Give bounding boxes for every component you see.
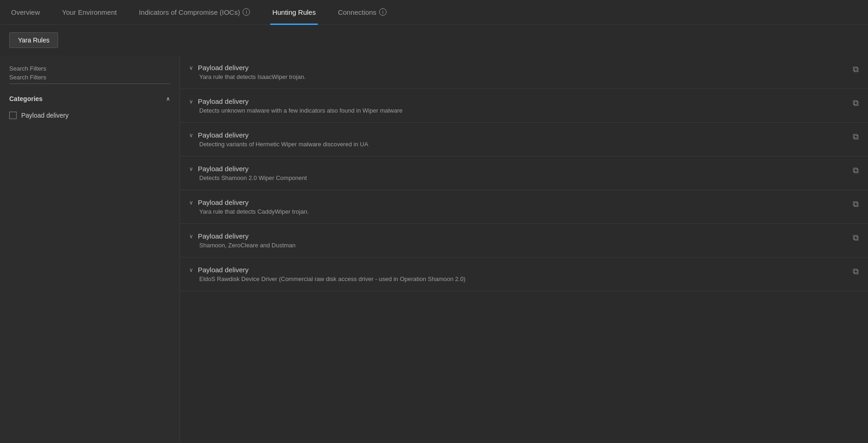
rule-header-0: ∨ Payload delivery bbox=[189, 64, 844, 72]
tab-iocs-label: Indicators of Compromise (IOCs) bbox=[139, 8, 240, 16]
search-filters-input[interactable] bbox=[9, 72, 170, 84]
rule-category-5: Payload delivery bbox=[198, 232, 249, 240]
tab-connections-label: Connections bbox=[338, 8, 376, 16]
rule-item: ∨ Payload delivery Yara rule that detect… bbox=[180, 190, 868, 224]
tab-overview[interactable]: Overview bbox=[9, 0, 42, 25]
top-navigation: Overview Your Environment Indicators of … bbox=[0, 0, 868, 25]
rule-category-3: Payload delivery bbox=[198, 165, 249, 173]
rule-copy-icon-1[interactable]: ⧉ bbox=[853, 98, 859, 108]
rule-header-3: ∨ Payload delivery bbox=[189, 165, 844, 173]
rule-header-4: ∨ Payload delivery bbox=[189, 198, 844, 206]
iocs-info-icon[interactable]: i bbox=[243, 8, 250, 16]
rule-category-6: Payload delivery bbox=[198, 266, 249, 274]
rule-chevron-icon-2[interactable]: ∨ bbox=[189, 132, 193, 138]
rule-category-2: Payload delivery bbox=[198, 131, 249, 139]
sidebar: Search Filters Categories ∧ Payload deli… bbox=[0, 55, 180, 443]
rule-category-0: Payload delivery bbox=[198, 64, 249, 72]
rule-chevron-icon-6[interactable]: ∨ bbox=[189, 267, 193, 273]
tab-your-environment-label: Your Environment bbox=[62, 8, 117, 16]
rule-description-0: Yara rule that detects IsaacWiper trojan… bbox=[199, 73, 844, 80]
rule-item: ∨ Payload delivery Shamoon, ZeroCleare a… bbox=[180, 224, 868, 257]
rule-copy-icon-5[interactable]: ⧉ bbox=[853, 233, 859, 243]
rule-left-4: ∨ Payload delivery Yara rule that detect… bbox=[189, 198, 844, 215]
rule-description-1: Detects unknown malware with a few indic… bbox=[199, 107, 844, 114]
tab-your-environment[interactable]: Your Environment bbox=[60, 0, 119, 25]
rule-item: ∨ Payload delivery Detecting variants of… bbox=[180, 123, 868, 156]
tab-hunting-rules-label: Hunting Rules bbox=[272, 8, 315, 16]
rule-category-1: Payload delivery bbox=[198, 97, 249, 105]
rule-copy-icon-3[interactable]: ⧉ bbox=[853, 166, 859, 175]
rule-copy-icon-4[interactable]: ⧉ bbox=[853, 199, 859, 209]
payload-delivery-label: Payload delivery bbox=[21, 112, 69, 119]
rules-list: ∨ Payload delivery Yara rule that detect… bbox=[180, 55, 868, 443]
rule-chevron-icon-1[interactable]: ∨ bbox=[189, 98, 193, 105]
rule-description-6: EldoS Rawdisk Device Driver (Commercial … bbox=[199, 275, 844, 282]
tab-iocs[interactable]: Indicators of Compromise (IOCs) i bbox=[137, 0, 252, 25]
rule-header-5: ∨ Payload delivery bbox=[189, 232, 844, 240]
rule-header-6: ∨ Payload delivery bbox=[189, 266, 844, 274]
rule-chevron-icon-3[interactable]: ∨ bbox=[189, 166, 193, 172]
main-content: Search Filters Categories ∧ Payload deli… bbox=[0, 55, 868, 443]
rule-left-2: ∨ Payload delivery Detecting variants of… bbox=[189, 131, 844, 148]
tab-hunting-rules[interactable]: Hunting Rules bbox=[270, 0, 317, 25]
rule-copy-icon-6[interactable]: ⧉ bbox=[853, 267, 859, 276]
rule-category-4: Payload delivery bbox=[198, 198, 249, 206]
rule-description-5: Shamoon, ZeroCleare and Dustman bbox=[199, 242, 844, 249]
rule-left-6: ∨ Payload delivery EldoS Rawdisk Device … bbox=[189, 266, 844, 282]
categories-title: Categories bbox=[9, 95, 42, 102]
rule-chevron-icon-4[interactable]: ∨ bbox=[189, 199, 193, 206]
rule-copy-icon-0[interactable]: ⧉ bbox=[853, 65, 859, 74]
rule-left-5: ∨ Payload delivery Shamoon, ZeroCleare a… bbox=[189, 232, 844, 249]
rule-left-0: ∨ Payload delivery Yara rule that detect… bbox=[189, 64, 844, 80]
rule-left-1: ∨ Payload delivery Detects unknown malwa… bbox=[189, 97, 844, 114]
yara-rules-button[interactable]: Yara Rules bbox=[9, 32, 58, 48]
rule-chevron-icon-0[interactable]: ∨ bbox=[189, 65, 193, 71]
rule-header-1: ∨ Payload delivery bbox=[189, 97, 844, 105]
category-item-payload-delivery[interactable]: Payload delivery bbox=[9, 110, 170, 121]
rule-description-2: Detecting variants of Hermetic Wiper mal… bbox=[199, 141, 844, 148]
categories-header[interactable]: Categories ∧ bbox=[9, 95, 170, 102]
tab-overview-label: Overview bbox=[11, 8, 40, 16]
rule-chevron-icon-5[interactable]: ∨ bbox=[189, 233, 193, 239]
rule-item: ∨ Payload delivery EldoS Rawdisk Device … bbox=[180, 257, 868, 291]
search-filters-label: Search Filters bbox=[9, 65, 46, 72]
rule-header-2: ∨ Payload delivery bbox=[189, 131, 844, 139]
categories-chevron-icon: ∧ bbox=[166, 96, 170, 102]
rule-description-3: Detects Shamoon 2.0 Wiper Component bbox=[199, 174, 844, 181]
rule-description-4: Yara rule that detects CaddyWiper trojan… bbox=[199, 208, 844, 215]
payload-delivery-checkbox[interactable] bbox=[9, 112, 17, 119]
rule-copy-icon-2[interactable]: ⧉ bbox=[853, 132, 859, 142]
rule-item: ∨ Payload delivery Yara rule that detect… bbox=[180, 55, 868, 89]
sub-header: Yara Rules bbox=[0, 25, 868, 55]
rule-left-3: ∨ Payload delivery Detects Shamoon 2.0 W… bbox=[189, 165, 844, 181]
rule-item: ∨ Payload delivery Detects unknown malwa… bbox=[180, 89, 868, 123]
connections-info-icon[interactable]: i bbox=[379, 8, 386, 16]
rule-item: ∨ Payload delivery Detects Shamoon 2.0 W… bbox=[180, 156, 868, 190]
tab-connections[interactable]: Connections i bbox=[336, 0, 388, 25]
